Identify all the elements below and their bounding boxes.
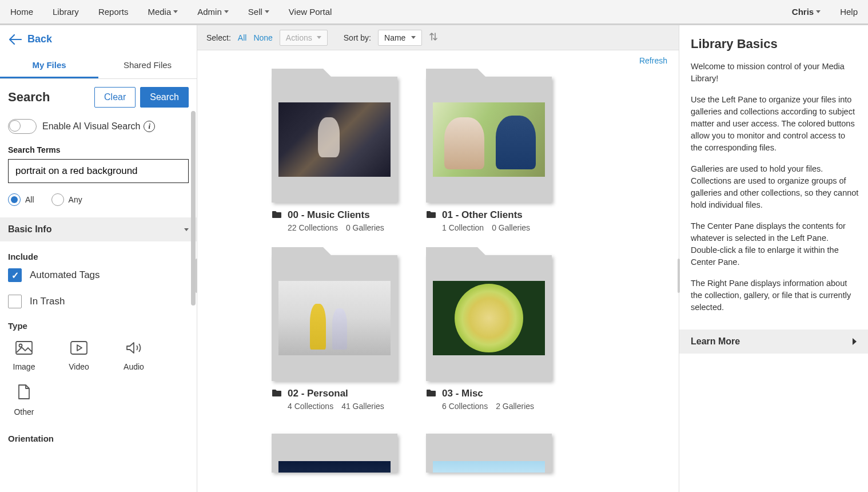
- type-label: Type: [8, 321, 189, 331]
- chevron-right-icon: [853, 338, 857, 345]
- folder-item[interactable]: 03 - Misc 6 Collections2 Galleries: [426, 255, 552, 411]
- svg-rect-2: [71, 342, 87, 354]
- checkbox-icon: [8, 295, 22, 308]
- nav-left: Home Library Reports Media Admin Sell Vi…: [10, 7, 332, 17]
- folder-thumbnail: [426, 434, 552, 473]
- image-icon: [15, 341, 33, 356]
- type-image-label: Image: [13, 362, 35, 371]
- folder-title: 02 - Personal: [288, 388, 348, 399]
- radio-any-label: Any: [69, 195, 82, 204]
- right-p1: Welcome to mission control of your Media…: [691, 61, 859, 85]
- radio-any[interactable]: Any: [51, 193, 82, 206]
- search-terms-input[interactable]: [8, 159, 189, 183]
- folder-icon: [426, 388, 436, 399]
- actions-dropdown[interactable]: Actions: [280, 30, 328, 46]
- caret-down-icon: [816, 10, 821, 13]
- caret-down-icon: [184, 228, 189, 231]
- nav-sell[interactable]: Sell: [248, 7, 269, 17]
- radio-all[interactable]: All: [8, 193, 34, 206]
- folder-thumbnail: [272, 77, 397, 203]
- nav-user-label: Chris: [792, 7, 814, 17]
- sort-direction-icon[interactable]: [429, 31, 438, 43]
- folder-item[interactable]: 02 - Personal 4 Collections41 Galleries: [272, 255, 397, 411]
- arrow-left-icon: [9, 34, 22, 45]
- nav-help[interactable]: Help: [840, 7, 858, 17]
- search-title: Search: [8, 90, 50, 105]
- sort-label: Sort by:: [344, 33, 371, 42]
- back-label: Back: [27, 33, 52, 45]
- nav-home[interactable]: Home: [10, 7, 33, 17]
- nav-reports[interactable]: Reports: [98, 7, 129, 17]
- type-other[interactable]: Other: [8, 384, 40, 416]
- folder-icon: [272, 388, 282, 399]
- search-body: Enable AI Visual Search i Search Terms A…: [0, 113, 197, 492]
- back-button[interactable]: Back: [0, 25, 197, 53]
- video-icon: [70, 341, 87, 356]
- thumbnail-image: [433, 102, 545, 177]
- nav-view-portal[interactable]: View Portal: [289, 7, 332, 17]
- actions-label: Actions: [286, 33, 312, 42]
- right-pane: Library Basics Welcome to mission contro…: [679, 25, 868, 492]
- nav-user[interactable]: Chris: [792, 7, 821, 17]
- ai-search-label-text: Enable AI Visual Search: [42, 121, 140, 132]
- caret-down-icon: [173, 10, 178, 13]
- top-nav: Home Library Reports Media Admin Sell Vi…: [0, 0, 868, 25]
- nav-media[interactable]: Media: [148, 7, 178, 17]
- type-audio[interactable]: Audio: [118, 341, 150, 371]
- nav-library-label: Library: [53, 7, 79, 17]
- folder-icon: [272, 210, 282, 220]
- learn-more-label: Learn More: [691, 336, 740, 347]
- tab-my-files[interactable]: My Files: [0, 53, 98, 78]
- nav-sell-label: Sell: [248, 7, 262, 17]
- check-automated-tags[interactable]: Automated Tags: [8, 268, 189, 282]
- check-in-trash[interactable]: In Trash: [8, 295, 189, 308]
- center-pane: Select: All None Actions Sort by: Name R…: [197, 25, 679, 492]
- right-p3: Galleries are used to hold your files. C…: [691, 163, 859, 211]
- check-in-trash-label: In Trash: [30, 296, 65, 307]
- type-video-label: Video: [69, 362, 89, 371]
- folder-thumbnail: [272, 434, 397, 473]
- folder-thumbnail: [426, 255, 552, 381]
- file-tabs: My Files Shared Files: [0, 53, 197, 79]
- thumbnail-image: [278, 461, 391, 473]
- search-button[interactable]: Search: [140, 87, 189, 108]
- pane-resize-handle[interactable]: [678, 259, 680, 293]
- ai-search-toggle[interactable]: [8, 119, 37, 134]
- type-video[interactable]: Video: [63, 341, 95, 371]
- folder-item[interactable]: [426, 434, 552, 473]
- nav-library[interactable]: Library: [53, 7, 79, 17]
- svg-point-1: [19, 344, 22, 347]
- folder-item[interactable]: 01 - Other Clients 1 Collection0 Galleri…: [426, 77, 552, 232]
- toggle-knob: [9, 120, 21, 132]
- sort-dropdown[interactable]: Name: [378, 30, 422, 46]
- folder-title: 00 - Music Clients: [288, 209, 370, 221]
- clear-button[interactable]: Clear: [94, 87, 136, 108]
- folder-item[interactable]: 00 - Music Clients 22 Collections0 Galle…: [272, 77, 397, 232]
- nav-reports-label: Reports: [98, 7, 129, 17]
- refresh-link[interactable]: Refresh: [639, 56, 667, 65]
- check-auto-tags-label: Automated Tags: [30, 269, 100, 281]
- folder-subtitle: 4 Collections41 Galleries: [272, 402, 397, 411]
- right-title: Library Basics: [691, 37, 859, 51]
- thumbnail-image: [433, 281, 545, 355]
- learn-more-button[interactable]: Learn More: [679, 330, 868, 354]
- include-label: Include: [8, 252, 189, 261]
- left-pane: Back My Files Shared Files Search Clear …: [0, 25, 197, 492]
- radio-icon: [51, 193, 64, 206]
- sort-value: Name: [384, 33, 405, 42]
- type-audio-label: Audio: [124, 362, 144, 371]
- thumbnail-image: [433, 461, 545, 473]
- folder-thumbnail: [426, 77, 552, 203]
- nav-admin[interactable]: Admin: [197, 7, 229, 17]
- caret-down-icon: [224, 10, 229, 13]
- folder-item[interactable]: [272, 434, 397, 473]
- type-other-label: Other: [14, 407, 34, 416]
- info-icon[interactable]: i: [144, 121, 155, 132]
- select-label: Select:: [206, 33, 231, 42]
- scrollbar-thumb[interactable]: [191, 111, 196, 305]
- select-all[interactable]: All: [238, 33, 247, 42]
- select-none[interactable]: None: [253, 33, 272, 42]
- tab-shared-files[interactable]: Shared Files: [98, 53, 197, 78]
- type-image[interactable]: Image: [8, 341, 40, 371]
- basic-info-section[interactable]: Basic Info: [0, 217, 197, 241]
